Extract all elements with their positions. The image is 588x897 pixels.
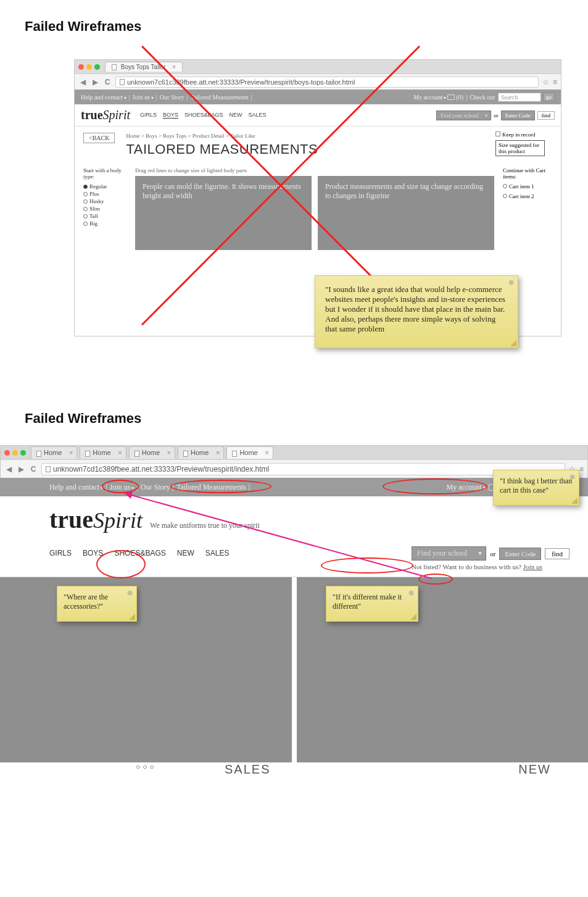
- forward-icon[interactable]: ▶: [17, 465, 25, 474]
- opt-plus: Plus: [89, 191, 99, 197]
- tab-title: Home: [44, 449, 62, 456]
- zoom-window-icon[interactable]: [20, 450, 26, 456]
- close-note-icon[interactable]: ⊗: [408, 589, 414, 597]
- feedback-note-bag[interactable]: ⊗ "I think bag i better than cart in thi…: [493, 470, 579, 506]
- address-bar[interactable]: unknown7c61c389fbee.att.net:33333/Previe…: [115, 77, 539, 88]
- breadcrumb[interactable]: Home > Boys > Boys Tops > Product Detail…: [126, 133, 552, 139]
- our-story-link[interactable]: Our Story: [160, 94, 184, 101]
- nav-new[interactable]: NEW: [177, 549, 194, 557]
- product-panel[interactable]: Product measurements and size tag change…: [318, 176, 494, 250]
- radio-regular[interactable]: [83, 185, 88, 189]
- keep-label: Keep in record: [502, 131, 535, 138]
- url: unknown7c61c389fbee.att.net:33333/Previe…: [127, 78, 355, 86]
- browser-tab[interactable]: Home×: [80, 446, 126, 458]
- browser-tab[interactable]: Boys Tops Tailor ×: [105, 62, 183, 72]
- browser-tab[interactable]: Home×: [31, 446, 77, 458]
- back-icon[interactable]: ◀: [4, 465, 13, 474]
- page-icon: [46, 466, 51, 472]
- tailored-link[interactable]: Tailored Measurements: [176, 483, 246, 492]
- body-type-heading: Start with a body type:: [83, 167, 126, 180]
- help-link[interactable]: Help and contact: [81, 94, 126, 101]
- minimize-window-icon[interactable]: [12, 450, 18, 456]
- school-select[interactable]: Find your school: [412, 546, 486, 561]
- menu-icon[interactable]: ≡: [553, 78, 557, 86]
- minimize-window-icon[interactable]: [86, 64, 92, 70]
- not-listed-text: Not listed? Want to do business with us?: [412, 563, 523, 570]
- keep-checkbox[interactable]: [495, 131, 500, 136]
- nav-boys[interactable]: BOYS: [83, 549, 103, 557]
- address-bar[interactable]: unknown7cd1c389fbee.att.net:33333/Previe…: [41, 463, 565, 475]
- find-button[interactable]: find: [537, 111, 555, 120]
- page-icon: [85, 451, 90, 457]
- tab-title: Home: [93, 449, 110, 456]
- back-icon[interactable]: ◀: [78, 78, 87, 86]
- find-button[interactable]: find: [545, 548, 569, 559]
- main-nav: GIRLS BOYS SHOES&BAGS NEW SALES: [49, 549, 229, 557]
- pager-dots-icon[interactable]: ○○○: [136, 762, 157, 777]
- close-window-icon[interactable]: [4, 450, 10, 456]
- our-story-link[interactable]: Our Story: [141, 483, 170, 492]
- join-link[interactable]: Join us: [110, 483, 135, 492]
- radio-cart2[interactable]: [503, 194, 507, 198]
- radio-tall[interactable]: [83, 214, 88, 219]
- nav-sales[interactable]: SALES: [249, 112, 267, 119]
- nav-boys[interactable]: BOYS: [163, 112, 178, 119]
- close-tab-icon[interactable]: ×: [118, 449, 122, 456]
- go-button[interactable]: go: [543, 93, 555, 101]
- forward-icon[interactable]: ▶: [91, 78, 99, 86]
- logo[interactable]: trueSpirit: [49, 505, 143, 534]
- cart-item-2: Cart item 2: [509, 193, 534, 199]
- search-input[interactable]: Search: [498, 93, 541, 102]
- close-window-icon[interactable]: [78, 64, 84, 70]
- menu-icon[interactable]: ≡: [579, 465, 584, 474]
- nav-sales[interactable]: SALES: [205, 549, 230, 557]
- close-note-icon[interactable]: ⊗: [569, 473, 575, 481]
- radio-cart1[interactable]: [503, 184, 507, 188]
- logo[interactable]: trueSpirit: [81, 108, 130, 122]
- nav-girls[interactable]: GIRLS: [140, 112, 157, 119]
- reload-icon[interactable]: C: [103, 78, 112, 86]
- logo-script: Spirit: [103, 108, 130, 122]
- close-tab-icon[interactable]: ×: [265, 449, 268, 456]
- star-icon[interactable]: ☆: [542, 78, 549, 86]
- nav-new[interactable]: NEW: [230, 112, 242, 119]
- feedback-note-accessories[interactable]: ⊗ "Where are the accessories?": [57, 586, 137, 622]
- browser-tab[interactable]: Home×: [226, 446, 273, 458]
- enter-code-button[interactable]: Enter Code: [501, 111, 535, 120]
- fold-icon: [129, 614, 135, 620]
- nav-girls[interactable]: GIRLS: [49, 549, 72, 557]
- school-select[interactable]: Find your school: [436, 111, 491, 120]
- my-account-link[interactable]: My account: [413, 94, 447, 101]
- figurine-panel[interactable]: People can mold the figurine. It shows m…: [135, 176, 312, 250]
- page-icon: [120, 79, 125, 85]
- close-tab-icon[interactable]: ×: [216, 449, 220, 456]
- cart-icon[interactable]: [447, 94, 455, 100]
- help-link[interactable]: Help and contact: [49, 483, 103, 492]
- browser-tab[interactable]: Home×: [129, 446, 175, 458]
- reload-icon[interactable]: C: [29, 465, 38, 474]
- enter-code-button[interactable]: Enter Code: [499, 548, 541, 560]
- radio-big[interactable]: [83, 222, 88, 226]
- close-note-icon[interactable]: ⊗: [127, 589, 133, 597]
- nav-shoes[interactable]: SHOES&BAGS: [184, 112, 223, 119]
- join-link[interactable]: Join us: [133, 94, 154, 101]
- checkout-link[interactable]: Check out: [470, 94, 495, 101]
- close-tab-icon[interactable]: ×: [69, 449, 73, 456]
- zoom-window-icon[interactable]: [94, 64, 100, 70]
- browser-tab[interactable]: Home×: [178, 446, 224, 458]
- join-us-link[interactable]: Join us: [523, 563, 542, 570]
- feedback-note-different[interactable]: ⊗ "If it's different make it different": [326, 586, 418, 622]
- radio-husky[interactable]: [83, 199, 88, 204]
- tailored-link[interactable]: Tailored Measurements: [191, 94, 249, 101]
- close-tab-icon[interactable]: ×: [172, 64, 176, 70]
- nav-shoes[interactable]: SHOES&BAGS: [114, 549, 165, 557]
- back-button[interactable]: <BACK: [83, 133, 115, 143]
- radio-slim[interactable]: [83, 207, 88, 211]
- hero-panel-left[interactable]: [0, 577, 292, 762]
- close-note-icon[interactable]: ⊗: [508, 278, 514, 286]
- close-tab-icon[interactable]: ×: [167, 449, 171, 456]
- my-account-link[interactable]: My account: [447, 483, 486, 492]
- note-text: "I sounds like a great idea that would h…: [325, 285, 505, 333]
- radio-plus[interactable]: [83, 192, 88, 196]
- feedback-note-main[interactable]: ⊗ "I sounds like a great idea that would…: [315, 275, 518, 348]
